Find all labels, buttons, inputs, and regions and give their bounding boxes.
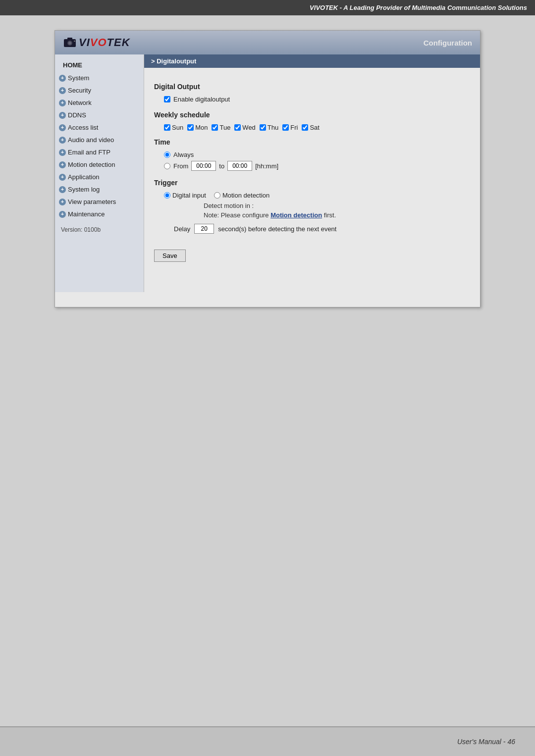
save-button[interactable]: Save [154,250,186,262]
radio-digital-input[interactable] [164,192,170,199]
label-mon: Mon [195,124,208,131]
checkbox-thu[interactable] [260,124,266,131]
to-label: to [219,162,224,170]
page-wrapper: VIVOTEK Configuration HOME System Securi… [0,15,535,726]
detect-label-row: Detect motion in : [204,202,470,209]
weekly-schedule-title: Weekly schedule [154,111,470,119]
day-sun: Sun [164,124,183,131]
sidebar-item-security[interactable]: Security [55,84,144,97]
trigger-section: Trigger Digital input Motion detection [154,179,470,234]
checkbox-tue[interactable] [212,124,218,131]
day-fri: Fri [282,124,298,131]
sidebar-item-access-list[interactable]: Access list [55,121,144,134]
sidebar-label-security: Security [68,87,91,94]
sidebar: HOME System Security Network DDNS [55,54,144,292]
to-time-input[interactable] [227,161,252,171]
sidebar-label-email-ftp: Email and FTP [68,149,110,156]
trigger-motion-item: Motion detection [214,192,269,199]
sidebar-item-view-parameters[interactable]: View parameters [55,196,144,208]
from-label[interactable]: From [173,162,188,170]
breadcrumb: > Digitaloutput [144,54,480,68]
radio-from[interactable] [164,163,170,169]
sidebar-item-network[interactable]: Network [55,97,144,109]
sidebar-label-access-list: Access list [68,124,98,131]
expand-icon-application [59,174,66,181]
expand-icon-network [59,100,66,106]
main-panel: VIVOTEK Configuration HOME System Securi… [54,30,481,307]
logo-text: VIVOTEK [79,36,130,49]
expand-icon-access-list [59,124,66,131]
enable-digitaloutput-label[interactable]: Enable digitaloutput [173,96,230,103]
sidebar-item-ddns[interactable]: DDNS [55,109,144,121]
trigger-digital-item: Digital input [164,192,206,199]
radio-motion-detection[interactable] [214,192,220,199]
sidebar-label-motion-detection: Motion detection [68,161,115,168]
sidebar-item-maintenance[interactable]: Maintenance [55,208,144,220]
top-bar: VIVOTEK - A Leading Provider of Multimed… [0,0,535,15]
sidebar-item-system[interactable]: System [55,72,144,84]
trigger-title: Trigger [154,179,470,187]
checkbox-fri[interactable] [282,124,289,131]
checkbox-mon[interactable] [187,124,194,131]
day-mon: Mon [187,124,208,131]
enable-digitaloutput-checkbox[interactable] [164,96,170,102]
enable-checkbox-row: Enable digitaloutput [164,96,470,103]
time-format-label: [hh:mm] [255,162,278,170]
content-area: > Digitaloutput Digital Output Enable di… [144,54,480,292]
delay-row: Delay second(s) before detecting the nex… [174,224,470,234]
svg-point-2 [68,42,71,45]
always-radio-row: Always [164,151,470,158]
sidebar-label-application: Application [68,173,100,181]
config-label: Configuration [424,39,472,47]
sidebar-item-system-log[interactable]: System log [55,183,144,196]
sidebar-item-home[interactable]: HOME [55,58,144,72]
camera-icon [63,36,77,50]
logo-tek: TEK [107,36,130,49]
detect-label: Detect motion in : [204,202,254,209]
label-thu: Thu [268,124,278,131]
sidebar-item-audio-video[interactable]: Audio and video [55,134,144,146]
logo-vo: VO [90,36,107,49]
label-tue: Tue [219,124,230,131]
note-prefix: Note: Please configure [204,211,270,219]
logo: VIVOTEK [63,36,130,50]
trigger-motion-label[interactable]: Motion detection [222,192,269,199]
always-label[interactable]: Always [173,151,194,158]
motion-detection-link[interactable]: Motion detection [270,211,322,219]
label-sun: Sun [172,124,183,131]
radio-always[interactable] [164,151,170,158]
panel-body: HOME System Security Network DDNS [55,54,480,292]
sidebar-item-email-ftp[interactable]: Email and FTP [55,146,144,158]
checkbox-sat[interactable] [302,124,308,131]
day-thu: Thu [260,124,278,131]
weekly-days-row: Sun Mon Tue [164,124,470,131]
time-section: Time Always From to [hh:mm] [154,138,470,171]
from-time-input[interactable] [191,161,216,171]
label-fri: Fri [290,124,298,131]
weekly-schedule-section: Weekly schedule Sun Mon [154,111,470,131]
checkbox-sun[interactable] [164,124,170,131]
logo-vi: VI [79,36,90,49]
delay-input[interactable] [194,224,214,234]
expand-icon-system-log [59,186,66,193]
sidebar-label-network: Network [68,99,92,106]
checkbox-wed[interactable] [234,124,241,131]
sidebar-label-view-parameters: View parameters [68,198,116,205]
label-sat: Sat [310,124,320,131]
tagline: VIVOTEK - A Leading Provider of Multimed… [310,4,527,11]
expand-icon-system [59,75,66,82]
save-button-container: Save [154,242,470,262]
delay-label: Delay [174,225,190,233]
time-title: Time [154,138,470,146]
expand-icon-maintenance [59,211,66,218]
bottom-bar: User's Manual - 46 [0,726,535,756]
trigger-row: Digital input Motion detection [164,192,470,199]
sidebar-label-maintenance: Maintenance [68,210,105,218]
trigger-digital-label[interactable]: Digital input [172,192,206,199]
digital-output-section: Digital Output Enable digitaloutput [154,83,470,103]
day-wed: Wed [234,124,256,131]
sidebar-item-application[interactable]: Application [55,171,144,183]
sidebar-item-motion-detection[interactable]: Motion detection [55,158,144,171]
sidebar-label-ddns: DDNS [68,111,86,119]
expand-icon-security [59,87,66,94]
